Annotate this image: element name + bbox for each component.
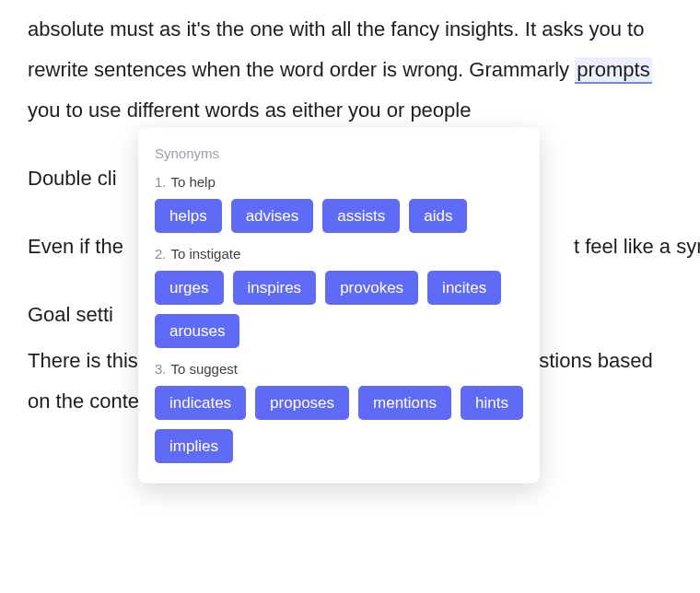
page-frame: absolute must as it's the one with all t… [0, 0, 700, 593]
group-number: 3. [155, 361, 167, 377]
text-fragment: Goal setti [28, 303, 113, 326]
text-fragment: Double cli [28, 167, 117, 190]
synonym-chip[interactable]: urges [155, 271, 224, 305]
synonym-chip[interactable]: indicates [155, 386, 246, 420]
group-label: 3. To suggest [155, 361, 523, 377]
synonym-chip[interactable]: mentions [358, 386, 451, 420]
chip-row: helps advises assists aids [155, 199, 523, 233]
synonym-chip[interactable]: implies [155, 429, 233, 463]
group-sense: To help [170, 174, 215, 190]
group-number: 2. [155, 246, 167, 262]
synonym-chip[interactable]: provokes [325, 271, 418, 305]
synonym-chip[interactable]: helps [155, 199, 222, 233]
highlighted-word-prompts[interactable]: prompts [575, 57, 651, 84]
chip-row: urges inspires provokes incites arouses [155, 271, 523, 348]
group-number: 1. [155, 174, 167, 190]
synonym-chip[interactable]: arouses [155, 314, 239, 348]
group-label: 1. To help [155, 174, 523, 190]
group-sense: To suggest [170, 361, 238, 377]
group-sense: To instigate [170, 246, 240, 262]
synonym-group: 1. To help helps advises assists aids [155, 174, 523, 233]
synonym-group: 3. To suggest indicates proposes mention… [155, 361, 523, 463]
chip-row: indicates proposes mentions hints implie… [155, 386, 523, 463]
synonym-chip[interactable]: assists [322, 199, 400, 233]
synonym-chip[interactable]: aids [409, 199, 467, 233]
synonym-chip[interactable]: hints [461, 386, 523, 420]
popover-title: Synonyms [155, 145, 523, 161]
synonym-chip[interactable]: proposes [255, 386, 349, 420]
synonym-chip[interactable]: advises [231, 199, 314, 233]
synonym-group: 2. To instigate urges inspires provokes … [155, 246, 523, 348]
synonym-chip[interactable]: inspires [233, 271, 317, 305]
paragraph-1: absolute must as it's the one with all t… [28, 9, 674, 131]
synonyms-popover: Synonyms 1. To help helps advises assist… [138, 127, 540, 483]
text-fragment: you to use different words as either you… [28, 99, 471, 122]
text-fragment: absolute must as it's the one with all t… [28, 17, 644, 81]
synonym-chip[interactable]: incites [427, 271, 501, 305]
group-label: 2. To instigate [155, 246, 523, 262]
